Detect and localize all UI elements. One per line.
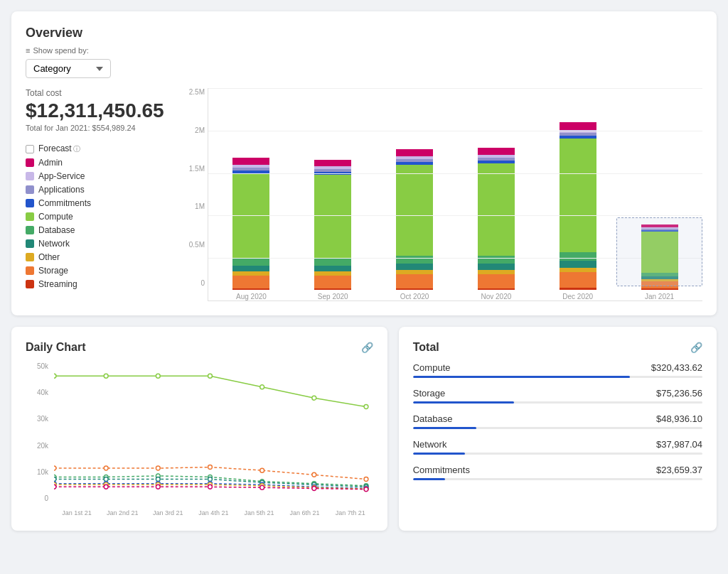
total-title: Total bbox=[413, 341, 439, 354]
legend-item-storage: Storage bbox=[26, 266, 168, 276]
chart-bars-area: Aug 2020Sep 2020Oct 2020Nov 2020Dec 2020… bbox=[208, 88, 702, 301]
dot-admin bbox=[54, 484, 56, 489]
daily-y-label: 20k bbox=[26, 442, 48, 450]
dot-network bbox=[156, 477, 160, 482]
y-axis-label: 1.5M bbox=[182, 165, 205, 173]
bar-group-Oct-2020: Oct 2020 bbox=[378, 149, 452, 300]
legend-item-network: Network bbox=[26, 239, 168, 249]
bar-stack bbox=[232, 158, 269, 290]
total-cost-label: Total cost bbox=[26, 88, 168, 98]
overview-card: Overview ≡ Show spend by: Category Total… bbox=[11, 11, 717, 315]
bar-segment-streaming bbox=[314, 288, 351, 290]
y-axis-label: 2.5M bbox=[182, 88, 205, 96]
dot-network bbox=[54, 477, 56, 482]
legend-label-compute: Compute bbox=[38, 212, 73, 222]
total-for-period: Total for Jan 2021: $554,989.24 bbox=[26, 124, 168, 132]
bar-group-Sep-2020: Sep 2020 bbox=[296, 160, 370, 300]
bar-segment-streaming bbox=[641, 288, 678, 290]
legend-item-streaming: Streaming bbox=[26, 279, 168, 289]
total-item-name: Network bbox=[413, 439, 447, 450]
dot-network bbox=[104, 477, 108, 482]
bar-stack bbox=[478, 148, 515, 290]
total-item-row: Database$48,936.10 bbox=[413, 413, 702, 424]
legend-swatch-commitments bbox=[26, 199, 34, 207]
legend-swatch-network bbox=[26, 239, 34, 248]
daily-x-label: Jan 4th 21 bbox=[191, 509, 236, 516]
bar-segment-admin bbox=[560, 122, 596, 130]
legend-swatch-database bbox=[26, 226, 34, 234]
daily-chart-link-icon[interactable]: 🔗 bbox=[361, 342, 373, 353]
dot-admin bbox=[260, 485, 264, 489]
total-item-value: $37,987.04 bbox=[656, 439, 702, 450]
bar-segment-streaming bbox=[232, 288, 269, 290]
progress-bar-bg bbox=[413, 376, 702, 378]
bar-group-Dec-2020: Dec 2020 bbox=[540, 122, 615, 300]
y-axis-label: 0 bbox=[182, 279, 205, 287]
bar-group-Aug-2020: Aug 2020 bbox=[214, 158, 289, 300]
bar-stack bbox=[560, 122, 596, 290]
y-axis-labels: 2.5M2M1.5M1M0.5M0 bbox=[182, 88, 208, 301]
bar-segment-storage bbox=[560, 272, 596, 288]
bar-segment-compute bbox=[478, 163, 515, 256]
progress-bar-bg bbox=[413, 401, 702, 404]
dot-compute bbox=[104, 374, 108, 378]
legend-label-forecast: Forecastⓘ bbox=[38, 144, 80, 154]
daily-x-axis: Jan 1st 21Jan 2nd 21Jan 3rd 21Jan 4th 21… bbox=[54, 509, 373, 516]
daily-y-label: 40k bbox=[26, 389, 48, 396]
dot-admin bbox=[208, 484, 213, 489]
bar-segment-database bbox=[314, 259, 351, 266]
total-item-value: $75,236.56 bbox=[656, 388, 702, 399]
total-item-value: $23,659.37 bbox=[656, 465, 702, 475]
legend-label-app-service: App-Service bbox=[38, 171, 85, 181]
dot-storage bbox=[156, 466, 160, 470]
bar-segment-compute bbox=[232, 173, 269, 259]
dot-admin bbox=[104, 484, 108, 489]
dot-compute bbox=[312, 396, 316, 400]
bar-label: Aug 2020 bbox=[236, 293, 267, 300]
bar-segment-database bbox=[396, 256, 433, 264]
total-cost-value: $12,311,450.65 bbox=[26, 99, 168, 122]
legend-label-storage: Storage bbox=[38, 266, 68, 276]
bar-segment-database bbox=[560, 252, 596, 261]
dot-admin bbox=[312, 487, 316, 491]
daily-chart-header: Daily Chart 🔗 bbox=[26, 341, 373, 354]
line-compute bbox=[54, 376, 366, 406]
dot-storage bbox=[54, 466, 56, 470]
progress-bar-fill bbox=[413, 427, 477, 429]
daily-x-label: Jan 2nd 21 bbox=[100, 509, 145, 516]
legend-label-other: Other bbox=[38, 252, 60, 262]
overview-title: Overview bbox=[26, 26, 702, 40]
y-axis-label: 2M bbox=[182, 126, 205, 134]
bar-segment-compute bbox=[560, 139, 596, 252]
chart-area: 2.5M2M1.5M1M0.5M0 Aug 2020Sep 2020Oct 20… bbox=[182, 88, 702, 301]
dot-storage bbox=[364, 477, 368, 482]
bar-segment-network bbox=[232, 266, 269, 271]
total-link-icon[interactable]: 🔗 bbox=[690, 342, 702, 353]
legend-item-forecast: Forecastⓘ bbox=[26, 144, 168, 154]
bar-segment-network bbox=[396, 264, 433, 270]
dot-storage bbox=[208, 465, 213, 470]
dot-compute bbox=[208, 374, 213, 378]
category-dropdown[interactable]: Category bbox=[26, 59, 111, 78]
legend-item-applications: Applications bbox=[26, 185, 168, 195]
bar-segment-network bbox=[560, 261, 596, 268]
total-item-row: Commitments$23,659.37 bbox=[413, 465, 702, 475]
bottom-row: Daily Chart 🔗 50k40k30k20k10k0 Jan 1st 2… bbox=[11, 327, 717, 542]
legend-label-streaming: Streaming bbox=[38, 279, 77, 289]
daily-y-label: 50k bbox=[26, 362, 48, 370]
total-item-network: Network$37,987.04 bbox=[413, 439, 702, 455]
legend-item-admin: Admin bbox=[26, 158, 168, 168]
legend-label-applications: Applications bbox=[38, 185, 85, 195]
total-item-row: Network$37,987.04 bbox=[413, 439, 702, 450]
progress-bar-fill bbox=[413, 478, 445, 480]
total-item-row: Compute$320,433.62 bbox=[413, 362, 702, 373]
y-axis-label: 0.5M bbox=[182, 241, 205, 249]
bar-segment-streaming bbox=[478, 288, 515, 290]
daily-y-label: 30k bbox=[26, 415, 48, 423]
bar-segment-network bbox=[314, 266, 351, 271]
legend-swatch-other bbox=[26, 253, 34, 261]
total-header: Total 🔗 bbox=[413, 341, 702, 354]
bar-segment-streaming bbox=[560, 288, 596, 290]
bar-label: Oct 2020 bbox=[400, 293, 429, 300]
daily-chart-wrapper: Jan 1st 21Jan 2nd 21Jan 3rd 21Jan 4th 21… bbox=[54, 362, 373, 516]
